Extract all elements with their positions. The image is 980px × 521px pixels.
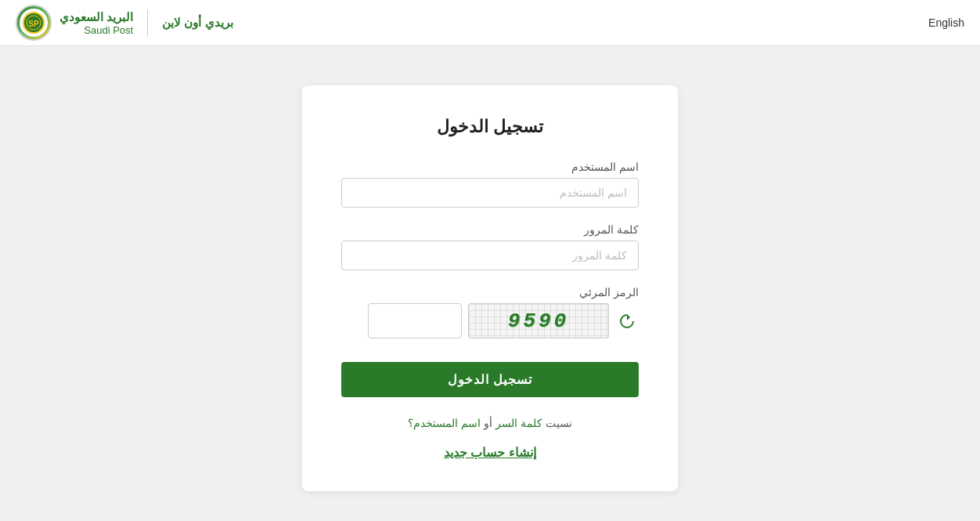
captcha-inner: 9590 bbox=[469, 304, 608, 338]
svg-text:SP: SP bbox=[28, 20, 39, 28]
password-group: كلمة المرور bbox=[341, 223, 639, 270]
refresh-captcha-button[interactable] bbox=[615, 309, 639, 333]
captcha-row: 9590 bbox=[341, 303, 639, 338]
captcha-image: 9590 bbox=[468, 303, 609, 338]
forgot-text: نسيت bbox=[546, 417, 572, 429]
brand-logo: SP bbox=[16, 5, 52, 41]
captcha-label: الرمز المرئي bbox=[341, 286, 639, 298]
login-title: تسجيل الدخول bbox=[341, 117, 639, 137]
forgot-username-link[interactable]: اسم المستخدم؟ bbox=[408, 417, 481, 429]
header-divider bbox=[147, 9, 148, 37]
create-account-link[interactable]: إنشاء حساب جديد bbox=[444, 446, 536, 459]
forgot-password-link[interactable]: كلمة السر bbox=[495, 417, 542, 429]
main-content: تسجيل الدخول اسم المستخدم كلمة المرور ال… bbox=[0, 46, 980, 521]
brand-arabic: البريد السعودي bbox=[59, 10, 133, 24]
captcha-text: 9590 bbox=[508, 309, 569, 333]
saudi-post-emblem: SP bbox=[23, 12, 45, 34]
logo-icon: SP bbox=[20, 9, 48, 37]
captcha-input[interactable] bbox=[368, 303, 462, 338]
captcha-group: الرمز المرئي 9590 bbox=[341, 286, 639, 338]
language-switcher[interactable]: English bbox=[928, 16, 964, 29]
password-input[interactable] bbox=[341, 241, 639, 270]
brand-text: البريد السعودي Saudi Post bbox=[59, 10, 133, 36]
username-group: اسم المستخدم bbox=[341, 161, 639, 208]
or-text: أو bbox=[484, 417, 492, 429]
username-label: اسم المستخدم bbox=[341, 161, 639, 173]
create-account-row: إنشاء حساب جديد bbox=[341, 445, 639, 460]
site-header: English بريدي أون لاين البريد السعودي Sa… bbox=[0, 0, 980, 46]
brand-english: Saudi Post bbox=[59, 24, 133, 36]
password-label: كلمة المرور bbox=[341, 223, 639, 236]
login-card: تسجيل الدخول اسم المستخدم كلمة المرور ال… bbox=[302, 85, 678, 491]
login-button[interactable]: تسجيل الدخول bbox=[341, 362, 639, 397]
logo-text: بريدي أون لاين bbox=[162, 16, 232, 30]
logo-area: بريدي أون لاين البريد السعودي Saudi Post… bbox=[16, 5, 233, 41]
username-input[interactable] bbox=[341, 178, 639, 208]
forgot-links-row: نسيت كلمة السر أو اسم المستخدم؟ bbox=[341, 417, 639, 429]
site-name: بريدي أون لاين bbox=[162, 16, 232, 29]
refresh-icon bbox=[618, 313, 636, 330]
